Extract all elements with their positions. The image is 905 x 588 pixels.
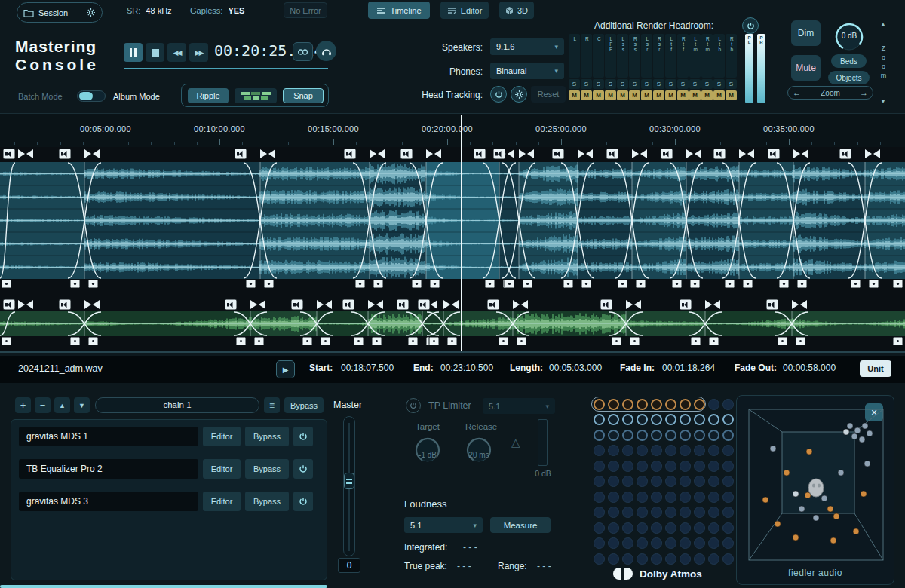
speaker-dot[interactable] — [594, 461, 605, 472]
clip-speaker-marker-icon[interactable] — [766, 299, 778, 310]
speaker-dot[interactable] — [722, 553, 734, 565]
speaker-dot[interactable] — [651, 430, 662, 441]
mute-button-c[interactable]: M — [593, 90, 604, 100]
audio-object-dot[interactable] — [770, 446, 776, 452]
solo-button-rss[interactable]: S — [629, 79, 640, 89]
clip-speaker-marker-icon[interactable] — [713, 149, 726, 159]
head-tracking-reset-button[interactable]: Reset — [531, 86, 566, 103]
clip-edit-handle[interactable] — [485, 280, 495, 288]
audio-object-dot[interactable] — [843, 429, 849, 435]
clip-edit-handle[interactable] — [430, 280, 440, 288]
speaker-dot[interactable] — [694, 445, 705, 456]
speaker-dot[interactable] — [622, 399, 634, 410]
speaker-dot[interactable] — [694, 476, 705, 487]
speaker-dot[interactable] — [608, 537, 619, 549]
clip-edit-handle[interactable] — [563, 280, 573, 288]
clip-speaker-marker-icon[interactable] — [768, 149, 780, 159]
speaker-dot[interactable] — [665, 492, 676, 503]
clip-edit-handle[interactable] — [2, 337, 11, 345]
fade-marker-icon[interactable] — [865, 149, 880, 158]
fade-marker-icon[interactable] — [793, 149, 808, 158]
plugin-editor-button[interactable]: Editor — [203, 492, 241, 511]
snap-button[interactable]: Snap — [283, 88, 324, 103]
3d-room-view[interactable] — [743, 403, 889, 566]
speaker-dot[interactable] — [637, 414, 648, 425]
speaker-dot[interactable] — [694, 522, 705, 534]
speaker-dot[interactable] — [680, 492, 691, 503]
clip-edit-handle[interactable] — [88, 337, 98, 345]
solo-button-l[interactable]: S — [569, 79, 580, 89]
zoom-down-arrow-icon[interactable]: ▼ — [881, 99, 886, 104]
speaker-dot[interactable] — [722, 430, 734, 441]
speaker-dot[interactable] — [722, 507, 734, 518]
speaker-dot[interactable] — [608, 553, 619, 565]
speaker-dot[interactable] — [651, 461, 662, 472]
clip-speaker-marker-icon[interactable] — [3, 149, 15, 159]
fade-marker-icon[interactable] — [739, 149, 754, 158]
speakers-dropdown[interactable]: 9.1.6▾ — [490, 38, 564, 55]
audio-object-dot[interactable] — [813, 515, 819, 521]
clip-speaker-marker-icon[interactable] — [344, 149, 356, 159]
audio-object-dot[interactable] — [799, 506, 805, 512]
speaker-dot[interactable] — [637, 399, 648, 410]
speaker-dot[interactable] — [608, 445, 619, 456]
speaker-dot[interactable] — [722, 492, 734, 503]
clip-speaker-marker-icon[interactable] — [680, 299, 692, 310]
clip-edit-handle[interactable] — [779, 280, 789, 288]
audio-object-dot[interactable] — [793, 534, 799, 541]
speaker-dot[interactable] — [708, 414, 719, 425]
speaker-dot[interactable] — [594, 537, 605, 549]
clip-edit-handle[interactable] — [499, 337, 508, 345]
audio-object-dot[interactable] — [775, 521, 781, 527]
solo-button-rsr[interactable]: S — [653, 79, 664, 89]
speaker-dot[interactable] — [680, 507, 691, 518]
fade-marker-icon[interactable] — [260, 149, 275, 158]
speaker-dot[interactable] — [637, 430, 648, 441]
master-fader-handle[interactable] — [344, 473, 354, 489]
clip-edit-handle[interactable] — [725, 280, 735, 288]
speaker-dot[interactable] — [622, 553, 634, 565]
audio-object-dot[interactable] — [833, 513, 839, 519]
speaker-dot[interactable] — [694, 414, 705, 425]
speaker-dot[interactable] — [637, 537, 648, 549]
clip-speaker-marker-icon[interactable] — [3, 299, 15, 310]
fade-marker-icon[interactable] — [368, 300, 383, 309]
tracks-area[interactable] — [0, 147, 905, 351]
speaker-dot[interactable] — [665, 399, 676, 410]
clip-edit-handle[interactable] — [523, 280, 532, 288]
audio-object-dot[interactable] — [830, 537, 836, 544]
clip-speaker-marker-icon[interactable] — [225, 299, 237, 310]
clip-edit-handle[interactable] — [743, 280, 753, 288]
speaker-dot[interactable] — [680, 461, 691, 472]
clip-edit-handle[interactable] — [429, 337, 439, 345]
fade-marker-icon[interactable] — [18, 149, 33, 158]
speaker-dot[interactable] — [708, 537, 719, 549]
fade-marker-icon[interactable] — [705, 300, 720, 309]
timeline-tracks[interactable] — [0, 147, 905, 351]
solo-button-rtm[interactable]: S — [701, 79, 713, 89]
speaker-dot[interactable] — [694, 492, 705, 503]
clip-edit-handle[interactable] — [672, 280, 682, 288]
speaker-dot[interactable] — [622, 461, 634, 472]
fade-marker-icon[interactable] — [513, 300, 528, 309]
clip-speaker-marker-icon[interactable] — [474, 149, 486, 159]
clip-speaker-marker-icon[interactable] — [235, 149, 247, 159]
speaker-dot[interactable] — [637, 507, 648, 518]
clip-edit-handle[interactable] — [851, 280, 861, 288]
speaker-dot[interactable] — [665, 553, 676, 565]
speaker-dot[interactable] — [722, 522, 734, 534]
audio-object-dot[interactable] — [851, 433, 857, 439]
speaker-dot[interactable] — [665, 522, 676, 534]
zoom-up-arrow-icon[interactable]: ▲ — [881, 21, 886, 26]
speaker-dot[interactable] — [680, 399, 691, 410]
clip-speaker-marker-icon[interactable] — [552, 149, 564, 159]
fade-marker-icon[interactable] — [519, 149, 534, 158]
solo-button-lfe[interactable]: S — [605, 79, 616, 89]
plugin-power-button[interactable] — [293, 459, 313, 479]
audio-object-dot[interactable] — [806, 449, 812, 455]
speaker-dot[interactable] — [608, 522, 619, 534]
session-group[interactable]: Session — [17, 2, 103, 23]
mute-button-r[interactable]: M — [581, 90, 592, 100]
limiter-mode-dropdown[interactable]: 5.1▾ — [483, 398, 555, 414]
clip-edit-handle[interactable] — [355, 280, 365, 288]
